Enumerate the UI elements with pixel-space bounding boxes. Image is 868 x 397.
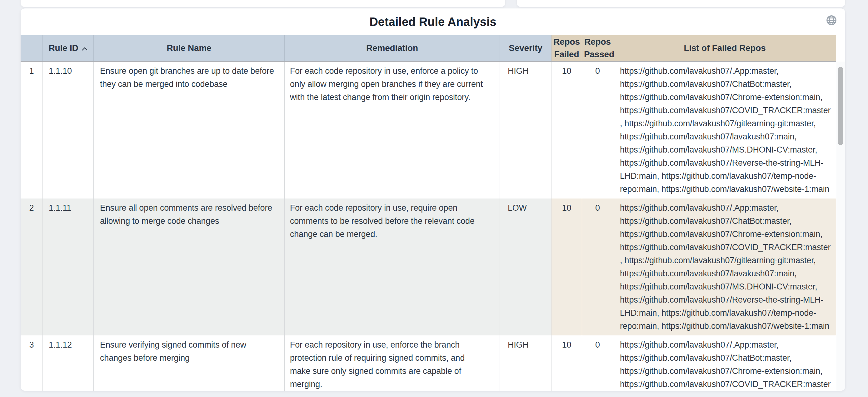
rule-id-cell: 1.1.11 [43,198,94,335]
row-index: 3 [21,335,43,391]
rule-name-cell: Ensure open git branches are up to date … [94,62,285,198]
column-header-remediation[interactable]: Remediation [285,35,500,62]
previous-card-left-edge [21,0,505,7]
remediation-cell: For each code repository in use, enforce… [285,62,500,198]
failed-repos-list-cell: https://github.com/lavakush07/.App:maste… [613,335,836,391]
column-header-index [21,35,43,62]
severity-cell: LOW [500,198,552,335]
repos-failed-cell: 10 [552,62,582,198]
page-title: Detailed Rule Analysis [21,15,845,29]
repos-passed-cell: 0 [582,198,613,335]
sort-ascending-icon [82,42,88,54]
vertical-scrollbar[interactable] [836,62,845,391]
column-header-rule-id[interactable]: Rule ID [43,35,94,62]
table-row: 3 1.1.12 Ensure verifying signed commits… [21,335,836,391]
column-header-rule-name[interactable]: Rule Name [94,35,285,62]
column-header-repos-failed[interactable]: Repos Failed [552,35,582,62]
remediation-cell: For each code repository in use, require… [285,198,500,335]
rule-name-cell: Ensure all open comments are resolved be… [94,198,285,335]
failed-repos-list-cell: https://github.com/lavakush07/.App:maste… [613,62,836,198]
table-row: 1 1.1.10 Ensure open git branches are up… [21,62,836,198]
repos-failed-cell: 10 [552,198,582,335]
previous-card-right-edge [517,0,845,7]
failed-repos-list-cell: https://github.com/lavakush07/.App:maste… [613,198,836,335]
rule-name-cell: Ensure verifying signed commits of new c… [94,335,285,391]
severity-cell: HIGH [500,62,552,198]
scrollbar-thumb[interactable] [838,67,843,145]
repos-failed-cell: 10 [552,335,582,391]
rule-id-cell: 1.1.12 [43,335,94,391]
row-index: 2 [21,198,43,335]
rule-analysis-table: Rule ID Rule Name Remediation Severity R… [21,35,836,391]
column-header-severity[interactable]: Severity [500,35,552,62]
row-index: 1 [21,62,43,198]
remediation-cell: For each repository in use, enforce the … [285,335,500,391]
column-header-list-of-failed-repos[interactable]: List of Failed Repos [613,35,836,62]
rule-id-cell: 1.1.10 [43,62,94,198]
card-header: Detailed Rule Analysis [21,8,845,35]
repos-passed-cell: 0 [582,335,613,391]
globe-icon[interactable] [826,15,837,26]
table-header-row: Rule ID Rule Name Remediation Severity R… [21,35,836,62]
table-row: 2 1.1.11 Ensure all open comments are re… [21,198,836,335]
column-header-repos-passed[interactable]: Repos Passed [582,35,613,62]
repos-passed-cell: 0 [582,62,613,198]
severity-cell: HIGH [500,335,552,391]
detailed-rule-analysis-card: Detailed Rule Analysis Rule ID Rule Name… [21,8,845,391]
